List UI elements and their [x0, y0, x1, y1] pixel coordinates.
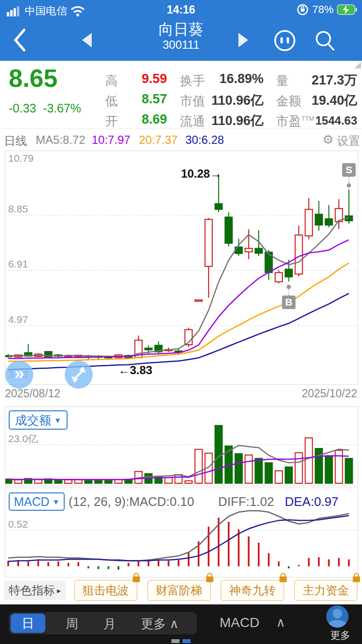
lock-icon: [133, 576, 140, 582]
stock-name: 向日葵: [0, 21, 362, 38]
page-dot-active[interactable]: [182, 639, 191, 643]
open-label: 开: [105, 113, 118, 130]
lock-icon: [206, 576, 213, 582]
scale-drag-button[interactable]: [65, 361, 93, 389]
bottom-nav-bar: 日 周 月 更多 ∧ MACD ∧ 更多: [0, 604, 362, 644]
date-axis: 2025/08/12 2025/10/22: [5, 385, 357, 402]
candlestick-chart[interactable]: 10.798.856.914.973.0310.28→←3.83SB: [5, 151, 358, 385]
avatar-body: [328, 620, 347, 628]
feature-title-button[interactable]: 特色指标▸: [4, 581, 66, 600]
battery-charging-icon: [337, 4, 357, 15]
amount-value: 19.40亿: [290, 92, 357, 109]
period-tab-week[interactable]: 周: [66, 616, 78, 632]
feature-button-sniper-wave[interactable]: 狙击电波: [74, 580, 138, 601]
quote-expand-handle[interactable]: [354, 62, 361, 69]
volume-value: 217.3万: [290, 71, 357, 89]
turnover-label: 换手: [180, 72, 205, 89]
svg-text:23.0亿: 23.0亿: [8, 433, 38, 444]
fast-scroll-icon: »: [14, 364, 24, 383]
face-icon[interactable]: [273, 29, 296, 52]
indicator-switch-button[interactable]: MACD: [220, 615, 259, 630]
diagonal-resize-icon: [65, 361, 93, 389]
ma20-legend: 20:7.37: [139, 133, 178, 147]
svg-text:10.79: 10.79: [8, 153, 34, 164]
lock-icon: [279, 576, 287, 582]
quote-panel[interactable]: 8.65 -0.33 -3.67% 高 9.59 低 8.57 开 8.69 换…: [0, 61, 362, 129]
triangle-right-icon: ▸: [57, 586, 61, 595]
macd-indicator-selector[interactable]: MACD ▼: [9, 492, 65, 511]
svg-text:4.97: 4.97: [8, 314, 28, 325]
feature-button-main-funds[interactable]: 主力资金: [294, 580, 358, 601]
profile-avatar[interactable]: [326, 605, 348, 628]
lock-icon: [353, 576, 360, 582]
ma-legend-row: 日线 MA5:8.72 10:7.97 20:7.37 30:6.28 ⚙ 设置: [0, 128, 362, 151]
period-tab-month[interactable]: 月: [103, 616, 116, 632]
caret-down-icon: ▼: [52, 498, 59, 506]
macd-selector-label: MACD: [14, 495, 50, 509]
svg-text:6.91: 6.91: [8, 258, 28, 269]
macd-params: (12, 26, 9):MACD:0.10: [69, 494, 194, 509]
next-stock-icon[interactable]: [237, 33, 249, 47]
svg-text:8.85: 8.85: [8, 203, 28, 214]
page-dot-inactive[interactable]: [171, 639, 180, 643]
volume-selector-label: 成交额: [15, 412, 51, 428]
stock-title: 向日葵 300111: [0, 21, 362, 51]
svg-text:←3.83: ←3.83: [118, 364, 153, 377]
pe-value: 1544.63: [299, 114, 357, 127]
ma30-legend: 30:6.28: [185, 133, 224, 147]
search-icon[interactable]: [314, 29, 336, 52]
settings-button[interactable]: 设置: [337, 133, 360, 149]
mktcap-value: 110.96亿: [197, 92, 264, 109]
battery-percent: 78%: [312, 3, 334, 16]
caret-down-icon: ▼: [54, 416, 61, 424]
period-more-button[interactable]: 更多 ∧: [141, 616, 179, 632]
turnover-value: 16.89%: [207, 71, 264, 86]
date-end: 2025/10/22: [302, 387, 357, 400]
gear-icon[interactable]: ⚙: [322, 132, 334, 147]
title-bar: 向日葵 300111: [0, 19, 362, 61]
period-label: 日线: [4, 133, 27, 149]
svg-text:10.28→: 10.28→: [181, 167, 222, 180]
macd-diff: DIFF:1.02: [218, 494, 274, 509]
volume-label: 量: [276, 72, 289, 89]
high-value: 9.59: [125, 71, 167, 86]
feature-button-magic-nine[interactable]: 神奇九转: [221, 580, 284, 601]
volume-indicator-selector[interactable]: 成交额 ▼: [9, 410, 68, 430]
period-switcher: 日 周 月 更多 ∧: [9, 612, 197, 634]
chevron-up-icon[interactable]: ∧: [276, 615, 285, 630]
svg-text:B: B: [285, 296, 292, 308]
ma5-legend: MA5:8.72: [36, 133, 85, 147]
fast-scroll-button[interactable]: »: [5, 361, 33, 389]
macd-dea: DEA:0.97: [285, 494, 338, 509]
status-bar: 中国电信 14:16 78%: [0, 0, 362, 19]
open-value: 8.69: [125, 112, 167, 127]
chevron-up-icon: ∧: [169, 616, 179, 631]
float-value: 110.96亿: [197, 112, 264, 129]
low-label: 低: [105, 93, 118, 110]
profile-more-label: 更多: [330, 629, 350, 642]
last-price: 8.65: [9, 64, 57, 93]
price-change: -0.33 -3.67%: [9, 101, 81, 115]
svg-text:S: S: [346, 164, 352, 175]
avatar-head: [333, 609, 342, 618]
svg-text:0.52: 0.52: [8, 518, 28, 530]
feature-button-wealth-ladder[interactable]: 财富阶梯: [147, 580, 211, 601]
low-value: 8.57: [125, 92, 167, 107]
stock-code: 300111: [0, 38, 362, 52]
feature-indicator-bar: 特色指标▸ 狙击电波 财富阶梯 神奇九转 主力资金: [0, 578, 362, 604]
period-tab-day[interactable]: 日: [11, 614, 45, 633]
stock-detail-screen: 中国电信 14:16 78%: [0, 0, 362, 644]
high-label: 高: [105, 72, 118, 89]
orientation-lock-icon: [296, 3, 309, 16]
date-start: 2025/08/12: [5, 387, 60, 400]
ma10-legend: 10:7.97: [92, 133, 130, 147]
